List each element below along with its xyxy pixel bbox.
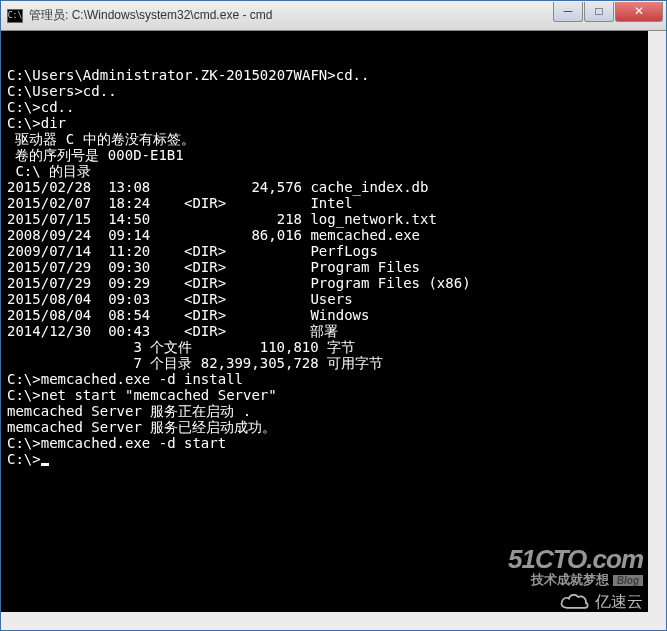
terminal-line: memcached Server 服务已经启动成功。	[7, 419, 642, 435]
minimize-button[interactable]: ─	[553, 2, 583, 22]
terminal-line: 2015/07/29 09:29 <DIR> Program Files (x8…	[7, 275, 642, 291]
terminal-line: C:\Users\Administrator.ZK-20150207WAFN>c…	[7, 67, 642, 83]
maximize-button[interactable]: □	[584, 2, 614, 22]
terminal-line: C:\>cd..	[7, 99, 642, 115]
terminal-output[interactable]: C:\Users\Administrator.ZK-20150207WAFN>c…	[1, 31, 666, 630]
terminal-line: 2015/08/04 09:03 <DIR> Users	[7, 291, 642, 307]
terminal-line: 卷的序列号是 000D-E1B1	[7, 147, 642, 163]
terminal-line: 2015/02/07 18:24 <DIR> Intel	[7, 195, 642, 211]
window-controls: ─ □ ✕	[552, 2, 663, 24]
terminal-line: memcached Server 服务正在启动 .	[7, 403, 642, 419]
terminal-line: 2015/07/15 14:50 218 log_network.txt	[7, 211, 642, 227]
terminal-line: 2014/12/30 00:43 <DIR> 部署	[7, 323, 642, 339]
cursor	[41, 463, 49, 466]
terminal-line: C:\ 的目录	[7, 163, 642, 179]
terminal-line: C:\>net start "memcached Server"	[7, 387, 642, 403]
terminal-line: C:\>memcached.exe -d install	[7, 371, 642, 387]
terminal-line: 3 个文件 110,810 字节	[7, 339, 642, 355]
terminal-line: 2008/09/24 09:14 86,016 memcached.exe	[7, 227, 642, 243]
cmd-icon: C:\	[7, 9, 23, 23]
terminal-line: C:\>memcached.exe -d start	[7, 435, 642, 451]
terminal-line: 7 个目录 82,399,305,728 可用字节	[7, 355, 642, 371]
cmd-window: C:\ 管理员: C:\Windows\system32\cmd.exe - c…	[0, 0, 667, 631]
terminal-line: 2009/07/14 11:20 <DIR> PerfLogs	[7, 243, 642, 259]
terminal-line: C:\>dir	[7, 115, 642, 131]
window-title: 管理员: C:\Windows\system32\cmd.exe - cmd	[29, 7, 552, 24]
terminal-line: C:\>	[7, 451, 642, 467]
terminal-line: 驱动器 C 中的卷没有标签。	[7, 131, 642, 147]
terminal-line: C:\Users>cd..	[7, 83, 642, 99]
close-button[interactable]: ✕	[615, 2, 663, 22]
titlebar[interactable]: C:\ 管理员: C:\Windows\system32\cmd.exe - c…	[1, 1, 666, 31]
terminal-line: 2015/07/29 09:30 <DIR> Program Files	[7, 259, 642, 275]
terminal-line: 2015/02/28 13:08 24,576 cache_index.db	[7, 179, 642, 195]
terminal-line: 2015/08/04 08:54 <DIR> Windows	[7, 307, 642, 323]
